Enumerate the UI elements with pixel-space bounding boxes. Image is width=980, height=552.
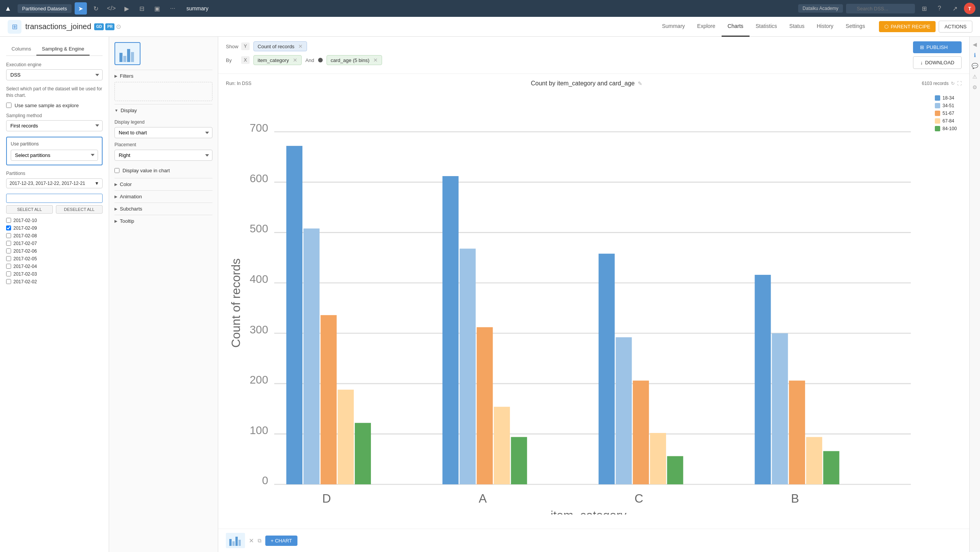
help-icon[interactable]: ? <box>933 2 946 15</box>
select-all-button[interactable]: SELECT ALL <box>6 205 53 214</box>
edit-title-icon[interactable]: ✎ <box>638 80 642 87</box>
use-same-sample-checkbox[interactable] <box>6 103 11 108</box>
legend-color-0 <box>935 95 940 101</box>
partition-checkbox-0[interactable] <box>6 218 11 223</box>
tooltip-section[interactable]: ▶ Tooltip <box>114 215 212 227</box>
x-delete-icon[interactable]: ✕ <box>293 57 297 63</box>
run-icon[interactable]: ▶ <box>121 2 133 15</box>
mini-chart-copy-icon[interactable]: ⧉ <box>258 537 261 544</box>
filters-drop-zone <box>114 82 212 101</box>
edge-warning-icon[interactable]: ⚠ <box>970 72 980 81</box>
deploy-icon[interactable]: ⊟ <box>136 2 148 15</box>
actions-button[interactable]: ACTIONS <box>939 21 972 33</box>
edge-info-icon[interactable]: ℹ <box>970 51 980 60</box>
sidebar-tab-sampling[interactable]: Sampling & Engine <box>36 43 90 56</box>
partition-item-7[interactable]: 2017-02-03 <box>6 270 103 278</box>
placement-select[interactable]: Right Left Top Bottom <box>114 150 212 161</box>
download-button[interactable]: ↓ DOWNLOAD <box>913 56 962 69</box>
display-value-checkbox[interactable] <box>114 168 119 173</box>
publish-download-buttons: ⊞ PUBLISH ↓ DOWNLOAD <box>913 41 962 69</box>
search-input[interactable] <box>846 4 915 13</box>
add-chart-button[interactable]: + CHART <box>265 536 297 546</box>
code-icon[interactable]: </> <box>105 2 118 15</box>
partition-item-5[interactable]: 2017-02-05 <box>6 255 103 263</box>
partition-item-3[interactable]: 2017-02-07 <box>6 240 103 247</box>
edge-chat-icon[interactable]: 💬 <box>970 61 980 70</box>
chart-controls-bar: Show Y Count of records ✕ By X item_cate… <box>218 37 969 74</box>
tab-status[interactable]: Status <box>783 17 811 37</box>
flow-icon[interactable]: ➤ <box>75 2 87 15</box>
animation-section[interactable]: ▶ Animation <box>114 190 212 203</box>
use-partitions-select[interactable]: Select partitions <box>11 150 98 161</box>
tab-explore[interactable]: Explore <box>691 17 721 37</box>
tab-settings[interactable]: Settings <box>840 17 871 37</box>
expand-chart-icon[interactable]: ⛶ <box>957 81 962 86</box>
more-icon[interactable]: ··· <box>167 2 179 15</box>
partition-checkbox-6[interactable] <box>6 264 11 269</box>
y-delete-icon[interactable]: ✕ <box>298 43 303 49</box>
refresh-chart-icon[interactable]: ↻ <box>951 81 955 86</box>
partition-checkbox-2[interactable] <box>6 233 11 238</box>
mini-chart-thumbnail[interactable] <box>226 533 245 548</box>
color-axis-value[interactable]: card_age (5 bins) ✕ <box>327 55 382 65</box>
partition-checkbox-3[interactable] <box>6 241 11 246</box>
mini-chart-delete-icon[interactable]: ✕ <box>249 537 254 544</box>
partition-search-input[interactable] <box>6 194 103 203</box>
filters-section[interactable]: ▶ Filters <box>114 70 212 82</box>
partition-checkbox-8[interactable] <box>6 279 11 284</box>
partition-checkbox-5[interactable] <box>6 256 11 261</box>
partition-checkbox-7[interactable] <box>6 271 11 276</box>
sidebar-tab-columns[interactable]: Columns <box>6 43 36 56</box>
svg-text:400: 400 <box>250 273 268 285</box>
monitor-icon[interactable]: ▣ <box>151 2 163 15</box>
execution-engine-select[interactable]: DSS <box>6 69 103 80</box>
dataset-badge-pr: PR <box>105 23 114 30</box>
parent-recipe-button[interactable]: ⬡ PARENT RECIPE <box>879 21 936 32</box>
subcharts-section[interactable]: ▶ Subcharts <box>114 203 212 215</box>
records-count-text: 6103 records <box>922 81 949 86</box>
partition-item-8[interactable]: 2017-02-02 <box>6 278 103 286</box>
partition-checkbox-4[interactable] <box>6 248 11 253</box>
recipe-icon: ⬡ <box>884 24 889 29</box>
partition-label-2: 2017-02-08 <box>13 233 37 238</box>
svg-rect-29 <box>511 437 527 485</box>
legend-color-1 <box>935 103 940 108</box>
notifications-icon[interactable]: ↗ <box>949 2 961 15</box>
tab-charts[interactable]: Charts <box>722 17 750 37</box>
partition-actions: SELECT ALL DESELECT ALL <box>6 205 103 214</box>
partition-item-6[interactable]: 2017-02-04 <box>6 263 103 270</box>
project-name[interactable]: Partitioned Datasets <box>18 4 72 13</box>
publish-button[interactable]: ⊞ PUBLISH <box>913 41 962 53</box>
deselect-all-button[interactable]: DESELECT ALL <box>56 205 103 214</box>
tab-statistics[interactable]: Statistics <box>750 17 783 37</box>
legend-select[interactable]: Next to chart Above chart Below chart No… <box>114 127 212 138</box>
tab-summary[interactable]: Summary <box>656 17 691 37</box>
display-section[interactable]: ▼ Display <box>114 104 212 116</box>
y-axis-value[interactable]: Count of records ✕ <box>253 41 307 51</box>
apps-icon[interactable]: ⊞ <box>918 2 930 15</box>
user-avatar[interactable]: T <box>964 3 975 14</box>
legend-item-4: 84-100 <box>935 126 958 131</box>
partition-checkbox-1[interactable] <box>6 225 11 230</box>
display-section-content: Display legend Next to chart Above chart… <box>114 116 212 178</box>
partition-item-4[interactable]: 2017-02-06 <box>6 247 103 255</box>
x-axis-value[interactable]: item_category ✕ <box>253 55 302 65</box>
dataset-help-icon[interactable]: ⊙ <box>116 23 121 30</box>
svg-text:B: B <box>791 492 799 505</box>
tab-history[interactable]: History <box>811 17 840 37</box>
svg-rect-45 <box>232 541 235 546</box>
refresh-icon[interactable]: ↻ <box>90 2 102 15</box>
partition-item-2[interactable]: 2017-02-08 <box>6 232 103 240</box>
partition-item-1[interactable]: 2017-02-09 <box>6 224 103 232</box>
svg-rect-39 <box>823 451 839 484</box>
partition-label-1: 2017-02-09 <box>13 225 37 231</box>
color-arrow-icon: ▶ <box>114 182 118 186</box>
color-section[interactable]: ▶ Color <box>114 178 212 190</box>
sampling-method-select[interactable]: First records <box>6 120 103 131</box>
svg-rect-27 <box>477 327 493 484</box>
chart-thumbnail[interactable] <box>114 42 140 65</box>
edge-settings-icon[interactable]: ⚙ <box>970 83 980 92</box>
edge-collapse-icon[interactable]: ◀ <box>970 40 980 49</box>
partition-item-0[interactable]: 2017-02-10 <box>6 217 103 224</box>
color-delete-icon[interactable]: ✕ <box>373 57 378 63</box>
